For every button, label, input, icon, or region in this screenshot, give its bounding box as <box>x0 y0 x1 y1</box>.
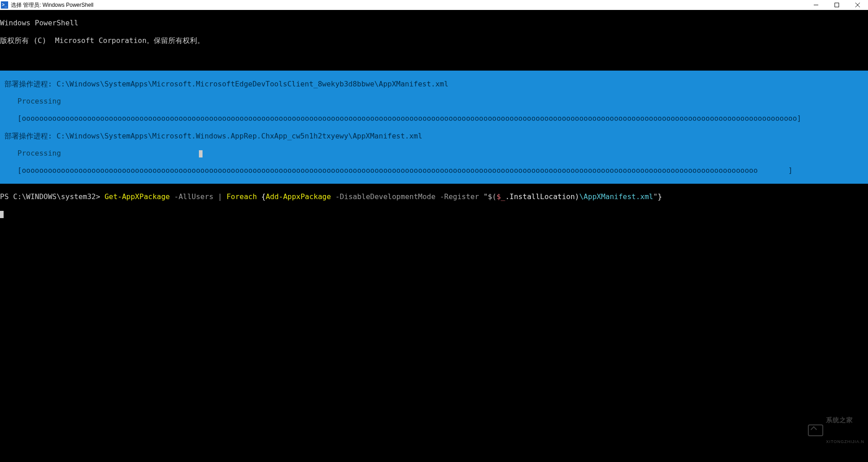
cmd-disable-register: -DisableDevelopmentMode -Register <box>331 192 483 201</box>
text-cursor <box>0 211 4 218</box>
processing-2: Processing <box>0 149 868 157</box>
cmd-pipe: | <box>218 192 226 201</box>
maximize-button[interactable] <box>826 0 847 10</box>
ps-prompt: PS C:\WINDOWS\system32> <box>0 192 104 201</box>
floating-caret <box>199 150 203 157</box>
titlebar-left: >_ 选择 管理员: Windows PowerShell <box>1 1 94 9</box>
deploy-label-2: 部署操作进程: <box>5 132 52 140</box>
close-button[interactable] <box>847 0 868 10</box>
cmd-appxmanifest-path: \AppXManifest.xml <box>579 192 653 201</box>
ps-header-line2: 版权所有 (C) Microsoft Corporation。保留所有权利。 <box>0 36 868 45</box>
cmd-quote-start: "$( <box>483 192 496 201</box>
cmd-brace-close: } <box>658 192 662 201</box>
deploy-path-1: C:\Windows\SystemApps\Microsoft.Microsof… <box>57 80 448 88</box>
window-titlebar: >_ 选择 管理员: Windows PowerShell <box>0 0 868 10</box>
deploy-label-1: 部署操作进程: <box>5 80 52 88</box>
watermark-text: 系统之家 XITONGZHIJIA.N <box>826 401 864 459</box>
watermark-house-icon <box>808 424 823 436</box>
progress-bar-2: [ooooooooooooooooooooooooooooooooooooooo… <box>0 166 868 175</box>
svg-rect-1 <box>835 3 839 7</box>
window-controls <box>806 0 868 10</box>
deploy-line-1: 部署操作进程: C:\Windows\SystemApps\Microsoft.… <box>0 80 868 88</box>
powershell-icon-glyph: >_ <box>2 2 7 8</box>
watermark: 系统之家 XITONGZHIJIA.N <box>808 401 864 459</box>
powershell-icon: >_ <box>1 1 8 9</box>
progress-bar-1: [ooooooooooooooooooooooooooooooooooooooo… <box>0 114 868 123</box>
ps-header-line1: Windows PowerShell <box>0 19 868 27</box>
cmd-foreach: Foreach <box>226 192 257 201</box>
watermark-text-en: XITONGZHIJIA.N <box>826 439 864 444</box>
processing-label-1: Processing <box>18 97 61 105</box>
cursor-line <box>0 210 868 218</box>
cmd-close-subexpr: ) <box>575 192 580 201</box>
cmd-quote-end: " <box>653 192 658 201</box>
cmd-allusers: -AllUsers <box>170 192 218 201</box>
cmd-dot: . <box>505 192 509 201</box>
selected-progress-block: 部署操作进程: C:\Windows\SystemApps\Microsoft.… <box>0 71 868 183</box>
cmd-get-appxpackage: Get-AppXPackage <box>104 192 170 201</box>
blank-line <box>0 53 868 62</box>
cmd-dollar-underscore: $_ <box>496 192 505 201</box>
cmd-add-appxpackage: Add-AppxPackage <box>266 192 331 201</box>
processing-1: Processing <box>0 97 868 105</box>
window-title: 选择 管理员: Windows PowerShell <box>11 2 94 8</box>
watermark-text-cn: 系统之家 <box>826 416 864 424</box>
deploy-line-2: 部署操作进程: C:\Windows\SystemApps\Microsoft.… <box>0 132 868 140</box>
processing-label-2: Processing <box>18 149 61 157</box>
deploy-path-2: C:\Windows\SystemApps\Microsoft.Windows.… <box>57 132 422 140</box>
minimize-button[interactable] <box>806 0 826 10</box>
terminal-area[interactable]: Windows PowerShell 版权所有 (C) Microsoft Co… <box>0 10 868 462</box>
cmd-installlocation: InstallLocation <box>509 192 575 201</box>
command-line: PS C:\WINDOWS\system32> Get-AppXPackage … <box>0 192 868 201</box>
cmd-brace-open: { <box>257 192 265 201</box>
